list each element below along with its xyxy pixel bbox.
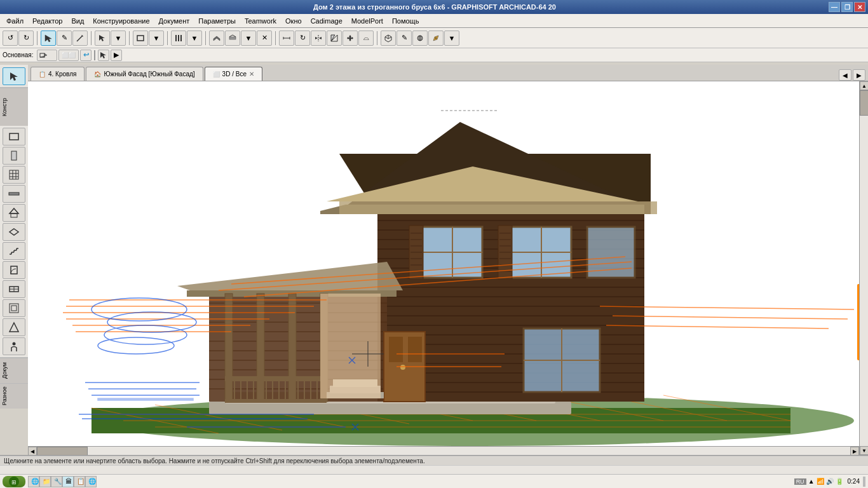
- menu-view[interactable]: Вид: [67, 16, 88, 26]
- tab-krovlya-label: 4. Кровля: [48, 71, 76, 78]
- scroll-thumb-h[interactable]: [37, 447, 88, 455]
- select-tool[interactable]: [41, 30, 56, 46]
- menu-construct[interactable]: Конструирование: [89, 16, 153, 26]
- network-icon: 📶: [817, 478, 824, 485]
- svg-line-22: [385, 37, 388, 39]
- rotate-tool[interactable]: ↻: [295, 30, 310, 46]
- window-title: Дом 2 этажа из строганного бруса 6х6 - G…: [41, 3, 829, 11]
- restore-button[interactable]: ❐: [841, 2, 853, 12]
- start-button[interactable]: ⊞: [3, 476, 25, 487]
- grid2-palette[interactable]: [3, 299, 25, 317]
- tool-dropdown2[interactable]: ▼: [444, 30, 459, 46]
- mirror-tool[interactable]: [311, 30, 326, 46]
- undo-button[interactable]: ↺: [3, 30, 18, 46]
- beam-palette[interactable]: [3, 185, 25, 203]
- tool-extra1[interactable]: [225, 30, 240, 46]
- wall-palette[interactable]: [3, 128, 25, 146]
- move-tool[interactable]: [342, 30, 358, 46]
- window-palette[interactable]: [3, 280, 25, 298]
- menu-file[interactable]: Файл: [3, 16, 27, 26]
- svg-rect-142: [408, 337, 422, 362]
- menu-params[interactable]: Параметры: [194, 16, 240, 26]
- tab-krovlya[interactable]: 📋 4. Кровля: [31, 67, 85, 81]
- svg-rect-55: [11, 306, 17, 311]
- scroll-thumb-v[interactable]: [860, 90, 868, 116]
- taskbar-app1[interactable]: 📁: [39, 476, 51, 487]
- pencil-tool[interactable]: [72, 30, 88, 46]
- floor-palette[interactable]: [3, 223, 25, 241]
- menu-window[interactable]: Окно: [281, 16, 306, 26]
- taskbar-icon1: ▲: [808, 478, 815, 485]
- arrow-tool-main[interactable]: [3, 67, 25, 85]
- tool-extra1-dropdown[interactable]: ▼: [241, 30, 256, 46]
- taskbar-browser[interactable]: 🌐: [28, 476, 39, 487]
- stair-palette[interactable]: [3, 242, 25, 260]
- tab-3d-close[interactable]: ✕: [249, 71, 254, 78]
- 3d-tool1[interactable]: [381, 30, 396, 46]
- menu-modelport[interactable]: ModelPort: [348, 16, 387, 26]
- wall-tool[interactable]: [133, 30, 148, 46]
- svg-point-57: [13, 342, 16, 346]
- svg-marker-20: [347, 35, 353, 41]
- svg-point-27: [435, 37, 437, 39]
- tool-extra2[interactable]: ✕: [257, 30, 272, 46]
- horizontal-scrollbar[interactable]: ◀ ▶: [28, 446, 859, 455]
- door-palette[interactable]: [3, 261, 25, 279]
- column-tool[interactable]: [171, 30, 186, 46]
- arrow-select[interactable]: [95, 30, 110, 46]
- menu-edit[interactable]: Редактор: [29, 16, 66, 26]
- 3d-tool3[interactable]: [412, 30, 428, 46]
- scroll-left-btn[interactable]: ◀: [28, 447, 37, 455]
- select-dropdown[interactable]: ▼: [111, 30, 126, 46]
- show-desktop-btn[interactable]: [863, 477, 865, 487]
- svg-marker-31: [10, 72, 18, 81]
- shape-palette[interactable]: [3, 318, 25, 336]
- konstruktor-label: Констр: [0, 88, 28, 126]
- toolbar-label: Основная:: [3, 51, 33, 58]
- person-palette[interactable]: [3, 337, 25, 355]
- viewport[interactable]: ▲ ▼ ◀ ▶: [28, 81, 868, 455]
- measure-tool[interactable]: [279, 30, 294, 46]
- menu-teamwork[interactable]: Teamwork: [241, 16, 280, 26]
- tab-facade[interactable]: 🏠 Южный Фасад [Южный Фасад]: [86, 67, 203, 81]
- minimize-button[interactable]: —: [829, 2, 840, 12]
- menu-help[interactable]: Помощь: [388, 16, 423, 26]
- svg-rect-141: [389, 337, 403, 362]
- tab-nav-left[interactable]: ◀: [839, 69, 851, 81]
- arrow-select2[interactable]: [98, 50, 109, 61]
- paint-tool[interactable]: [428, 30, 444, 46]
- scroll-up-btn[interactable]: ▲: [860, 81, 868, 90]
- svg-marker-30: [100, 52, 106, 58]
- wall-dropdown[interactable]: ▼: [149, 30, 164, 46]
- slab-tool[interactable]: [209, 30, 224, 46]
- redo-button[interactable]: ↻: [18, 30, 34, 46]
- edit-tool[interactable]: ✎: [57, 30, 72, 46]
- taskbar-browser2[interactable]: 🌐: [85, 476, 97, 487]
- hint-text: Щелкните на элементе или начертите облас…: [4, 458, 425, 464]
- column-palette[interactable]: [3, 147, 25, 165]
- sec-tool2[interactable]: ⬜⬜: [58, 50, 79, 61]
- menu-bar: Файл Редактор Вид Конструирование Докуме…: [0, 14, 868, 28]
- grid-palette[interactable]: [3, 166, 25, 184]
- vertical-scrollbar[interactable]: ▲ ▼: [859, 81, 868, 455]
- tab-nav-right[interactable]: ▶: [853, 69, 865, 81]
- taskbar-archicad[interactable]: 🏛: [62, 476, 74, 487]
- column-dropdown[interactable]: ▼: [187, 30, 202, 46]
- scroll-down-btn[interactable]: ▼: [860, 446, 868, 455]
- trim-tool[interactable]: ⌓: [358, 30, 374, 46]
- menu-cadimage[interactable]: Cadimage: [307, 16, 346, 26]
- arrow-right-btn[interactable]: ▶: [111, 50, 122, 61]
- scroll-right-btn[interactable]: ▶: [850, 447, 859, 455]
- taskbar-app2[interactable]: 🔧: [51, 476, 62, 487]
- raznoe-label: Разное: [0, 383, 28, 409]
- close-button[interactable]: ✕: [854, 2, 865, 12]
- roof-palette[interactable]: [3, 204, 25, 222]
- sec-tool3[interactable]: ↩: [80, 50, 92, 61]
- taskbar-app3[interactable]: 📋: [74, 476, 85, 487]
- menu-document[interactable]: Документ: [155, 16, 194, 26]
- hint-bar: [0, 465, 868, 474]
- 3d-tool2[interactable]: ✎: [397, 30, 412, 46]
- tab-3d[interactable]: ⬜ 3D / Все ✕: [205, 67, 262, 81]
- scale-tool[interactable]: [327, 30, 342, 46]
- sec-tool1[interactable]: [37, 50, 57, 61]
